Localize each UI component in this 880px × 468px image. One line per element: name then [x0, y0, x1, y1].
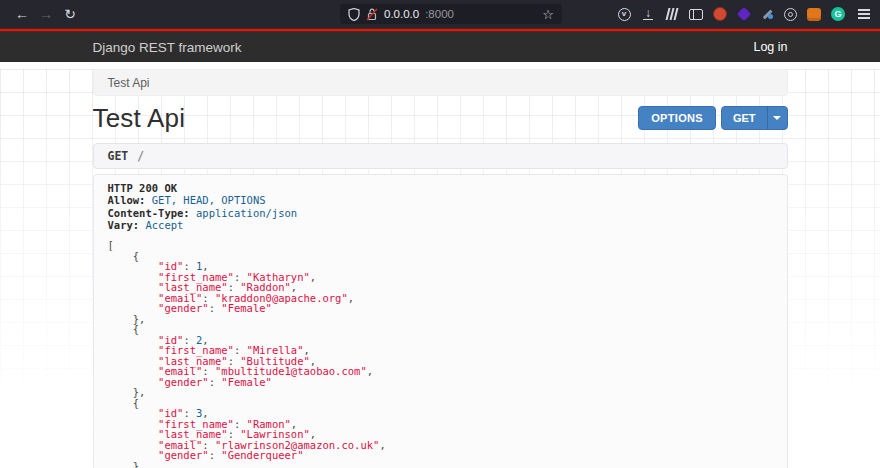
header-line: Vary: Accept [108, 219, 773, 231]
chevron-down-icon [773, 116, 781, 120]
sidebar-icon[interactable] [689, 9, 703, 20]
extension-pen-icon[interactable] [760, 7, 774, 21]
extension-wheel-icon[interactable] [784, 8, 797, 21]
json-line: }, [108, 387, 773, 398]
json-line: "gender": "Female" [108, 377, 773, 388]
url-host: 0.0.0.0 [384, 8, 419, 20]
reload-icon[interactable]: ↻ [58, 3, 82, 25]
status-line: HTTP 200 OK [108, 182, 773, 194]
extension-red-icon[interactable] [713, 7, 727, 21]
login-link[interactable]: Log in [753, 40, 787, 54]
drf-navbar: Django REST framework Log in [0, 32, 880, 62]
request-line: GET / [93, 143, 788, 169]
response-headers: HTTP 200 OKAllow: GET, HEAD, OPTIONSCont… [108, 182, 773, 231]
extensions-row: v ↓ G [616, 6, 870, 22]
page-title: Test Api [93, 103, 186, 134]
browser-toolbar: ← → ↻ 0.0.0.0:8000 ☆ v ↓ G [0, 0, 880, 28]
breadcrumb-item[interactable]: Test Api [108, 76, 150, 90]
pocket-icon[interactable]: v [618, 8, 631, 21]
header-line: Allow: GET, HEAD, OPTIONS [108, 194, 773, 206]
shield-icon[interactable] [348, 8, 360, 21]
forward-arrow-icon[interactable]: → [34, 3, 58, 25]
header-line: Content-Type: application/json [108, 207, 773, 219]
extension-purple-icon[interactable] [737, 7, 751, 21]
back-arrow-icon[interactable]: ← [10, 3, 34, 25]
response-panel: HTTP 200 OKAllow: GET, HEAD, OPTIONSCont… [93, 174, 788, 468]
response-body: [ { "id": 1, "first_name": "Katharyn", "… [108, 240, 773, 468]
download-icon[interactable]: ↓ [643, 8, 653, 20]
json-line: }, [108, 314, 773, 325]
extension-metamask-icon[interactable] [807, 8, 821, 21]
menu-icon[interactable] [858, 9, 870, 19]
request-method: GET [108, 149, 129, 163]
url-port: :8000 [425, 8, 454, 20]
json-line: }, [108, 461, 773, 468]
page-background: Test Api Test Api OPTIONS GET GET / HTTP… [0, 69, 880, 468]
request-path: / [137, 149, 144, 163]
breadcrumb[interactable]: Test Api [93, 69, 788, 96]
extension-grammarly-icon[interactable]: G [831, 7, 845, 21]
json-line: "gender": "Female" [108, 303, 773, 314]
bookmark-star-icon[interactable]: ☆ [542, 7, 554, 22]
json-line: [ [108, 240, 773, 251]
library-icon[interactable] [662, 6, 682, 22]
insecure-lock-icon[interactable] [366, 8, 378, 21]
brand-title[interactable]: Django REST framework [93, 40, 242, 55]
options-button[interactable]: OPTIONS [638, 106, 716, 130]
json-line: "gender": "Genderqueer" [108, 450, 773, 461]
get-dropdown-toggle[interactable] [767, 107, 787, 129]
get-split-button[interactable]: GET [721, 106, 788, 130]
get-button-label[interactable]: GET [722, 107, 767, 129]
url-bar[interactable]: 0.0.0.0:8000 ☆ [340, 4, 562, 24]
